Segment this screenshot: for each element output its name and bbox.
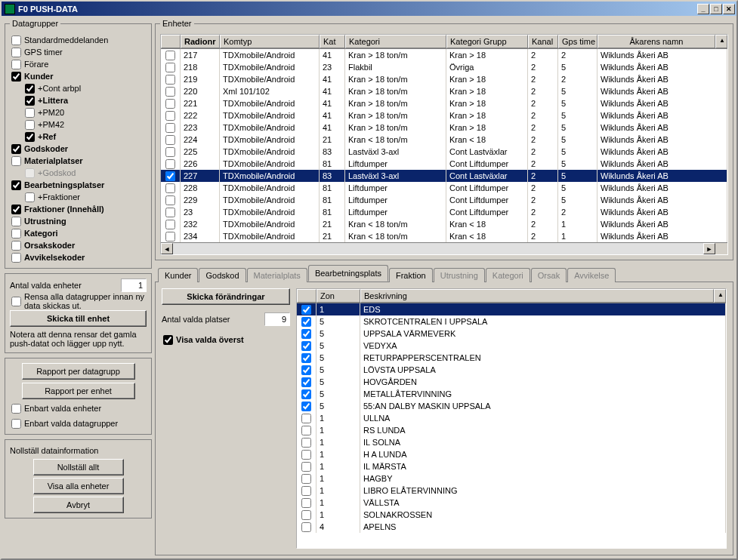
platser-row-checkbox[interactable] <box>301 414 311 423</box>
platser-row[interactable]: 1HAGBY <box>297 472 726 485</box>
platser-row-checkbox[interactable] <box>301 450 311 460</box>
skicka-till-enhet-button[interactable]: Skicka till enhet <box>10 310 147 327</box>
datagrupp-item[interactable]: Orsakskoder <box>10 239 147 251</box>
rapport-per-enhet-button[interactable]: Rapport per enhet <box>22 383 135 399</box>
datagrupp-item[interactable]: GPS timer <box>10 46 147 58</box>
platser-row[interactable]: 4APELNS <box>297 521 726 533</box>
datagrupp-checkbox[interactable] <box>25 84 35 94</box>
enheter-row[interactable]: 220Xml 101/10241Kran > 18 ton/mKran > 18… <box>161 85 727 97</box>
enheter-row[interactable]: 229TDXmobile/Android81LiftdumperCont Lif… <box>161 194 727 206</box>
enheter-row-checkbox[interactable] <box>165 63 175 72</box>
enheter-row-checkbox[interactable] <box>165 159 175 169</box>
datagrupp-checkbox[interactable] <box>11 48 21 57</box>
enheter-row[interactable]: 234TDXmobile/Android21Kran < 18 ton/mKra… <box>161 230 727 242</box>
scroll-up-icon[interactable]: ▲ <box>714 289 726 303</box>
enheter-grid[interactable]: RadionrKomtypKatKategoriKategori GruppKa… <box>160 34 728 255</box>
visa-alla-enheter-button[interactable]: Visa alla enheter <box>33 478 124 494</box>
datagrupp-item[interactable]: +Fraktioner <box>10 191 147 203</box>
datagrupp-item[interactable]: Utrustning <box>10 215 147 227</box>
enheter-row-checkbox[interactable] <box>165 220 175 229</box>
enheter-col-header[interactable]: Komtyp <box>220 35 320 48</box>
enheter-col-header[interactable]: Gps time <box>558 35 598 48</box>
datagrupp-item[interactable]: Fraktioner (Innehåll) <box>10 203 147 215</box>
enbart-valda-enheter-checkbox[interactable] <box>11 404 21 414</box>
enheter-row-checkbox[interactable] <box>165 87 175 97</box>
datagrupp-item[interactable]: +PM42 <box>10 118 147 131</box>
platser-row[interactable]: 1ULLNA <box>297 412 726 424</box>
platser-col-header[interactable]: Beskrivning <box>360 289 714 303</box>
platser-row[interactable]: 1IL MÄRSTA <box>297 460 726 472</box>
enheter-row-checkbox[interactable] <box>165 183 175 193</box>
platser-row-checkbox[interactable] <box>301 462 311 472</box>
platser-row-checkbox[interactable] <box>301 522 311 532</box>
rapport-per-datagrupp-button[interactable]: Rapport per datagrupp <box>22 363 135 380</box>
enheter-row-checkbox[interactable] <box>165 123 175 133</box>
datagrupp-checkbox[interactable] <box>11 205 21 214</box>
datagrupp-item[interactable]: +Ref <box>10 131 147 143</box>
platser-row[interactable]: 5METALLÅTERVINNING <box>297 388 726 400</box>
platser-row-checkbox[interactable] <box>301 474 311 484</box>
datagrupp-checkbox[interactable] <box>11 253 21 263</box>
platser-row[interactable]: 1H A LUNDA <box>297 448 726 460</box>
platser-row-checkbox[interactable] <box>301 317 311 327</box>
platser-row-checkbox[interactable] <box>301 305 311 315</box>
tab-kunder[interactable]: Kunder <box>158 268 198 282</box>
platser-row[interactable]: 5RETURPAPPERSCENTRALEN <box>297 352 726 364</box>
scroll-right-icon[interactable]: ► <box>703 243 715 254</box>
enheter-row[interactable]: 218TDXmobile/Android23FlakbilÖvriga25Wik… <box>161 61 727 73</box>
platser-row[interactable]: 5SKROTCENTRALEN I UPPSALA <box>297 315 726 328</box>
datagrupp-checkbox[interactable] <box>25 108 35 118</box>
datagrupp-item[interactable]: Kategori <box>10 227 147 239</box>
enbart-valda-datagrupper-checkbox[interactable] <box>11 419 21 429</box>
platser-row-checkbox[interactable] <box>301 426 311 435</box>
datagrupp-checkbox[interactable] <box>11 156 21 166</box>
tab-godskod[interactable]: Godskod <box>199 268 245 282</box>
scroll-up-icon[interactable]: ▲ <box>715 35 727 48</box>
datagrupp-item[interactable]: Bearbetningsplatser <box>10 179 147 191</box>
datagrupp-item[interactable]: +Godskod <box>10 167 147 179</box>
enheter-row-checkbox[interactable] <box>165 135 175 145</box>
enheter-row[interactable]: 221TDXmobile/Android41Kran > 18 ton/mKra… <box>161 97 727 109</box>
platser-row[interactable]: 1LIBRO ELÅTERVINNING <box>297 485 726 497</box>
datagrupp-item[interactable]: Kunder <box>10 70 147 82</box>
platser-row[interactable]: 5UPPSALA VÄRMEVERK <box>297 328 726 340</box>
datagrupp-checkbox[interactable] <box>25 132 35 142</box>
enheter-row-checkbox[interactable] <box>165 208 175 217</box>
platser-col-header[interactable]: Zon <box>317 289 360 303</box>
datagrupp-checkbox[interactable] <box>11 72 21 82</box>
platser-row-checkbox[interactable] <box>301 389 311 399</box>
maximize-button[interactable]: □ <box>710 4 722 14</box>
datagrupp-checkbox[interactable] <box>11 217 21 226</box>
enheter-row[interactable]: 226TDXmobile/Android81LiftdumperCont Lif… <box>161 158 727 170</box>
platser-row-checkbox[interactable] <box>301 365 311 375</box>
enheter-row[interactable]: 225TDXmobile/Android83Lastväxl 3-axlCont… <box>161 146 727 158</box>
platser-row-checkbox[interactable] <box>301 341 311 351</box>
datagrupp-item[interactable]: Materialplatser <box>10 155 147 167</box>
tab-fraktion[interactable]: Fraktion <box>389 268 433 282</box>
platser-row-checkbox[interactable] <box>301 438 311 448</box>
enheter-col-header[interactable]: Kat <box>320 35 345 48</box>
platser-row[interactable]: 1VÄLLSTA <box>297 497 726 509</box>
platser-row-checkbox[interactable] <box>301 353 311 363</box>
datagrupp-checkbox[interactable] <box>25 192 35 202</box>
enheter-row[interactable]: 217TDXmobile/Android41Kran > 18 ton/mKra… <box>161 49 727 61</box>
enheter-col-header[interactable]: Kategori <box>345 35 446 48</box>
enheter-row-checkbox[interactable] <box>165 171 175 181</box>
datagrupp-item[interactable]: +Littera <box>10 94 147 106</box>
datagrupp-checkbox[interactable] <box>11 60 21 69</box>
enheter-row-checkbox[interactable] <box>165 232 175 242</box>
skicka-forandringar-button[interactable]: Skicka förändringar <box>162 288 290 305</box>
enheter-col-header[interactable]: Kanal <box>528 35 558 48</box>
enheter-col-header[interactable]: Radionr <box>181 35 220 48</box>
visa-valda-overst-checkbox[interactable] <box>163 335 173 345</box>
enheter-row-checkbox[interactable] <box>165 195 175 205</box>
scroll-left-icon[interactable]: ◄ <box>161 243 173 254</box>
platser-row[interactable]: 1SOLNAKROSSEN <box>297 509 726 521</box>
enheter-row-checkbox[interactable] <box>165 147 175 157</box>
datagrupp-checkbox[interactable] <box>11 180 21 190</box>
datagrupp-item[interactable]: Godskoder <box>10 143 147 155</box>
platser-row[interactable]: 1IL SOLNA <box>297 436 726 448</box>
enheter-row-checkbox[interactable] <box>165 99 175 109</box>
datagrupp-checkbox[interactable] <box>25 120 35 130</box>
antal-valda-enheter-value[interactable] <box>121 278 147 292</box>
